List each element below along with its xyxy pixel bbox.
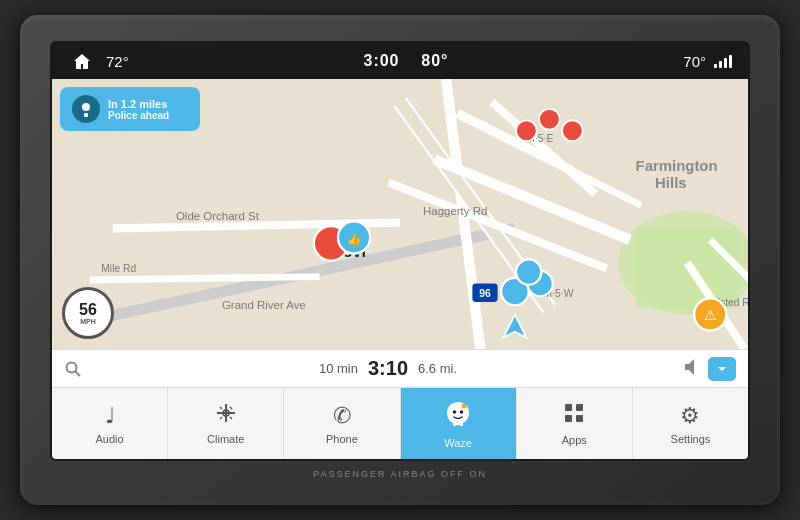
- climate-icon: [215, 402, 237, 429]
- nav-phone[interactable]: ✆ Phone: [284, 388, 400, 459]
- svg-line-50: [220, 417, 222, 419]
- outside-temp: 72°: [106, 53, 129, 70]
- speed-value: 56: [79, 302, 97, 318]
- svg-text:Haggerty Rd: Haggerty Rd: [423, 205, 487, 217]
- duration: 10 min: [319, 361, 358, 376]
- nav-settings[interactable]: ⚙ Settings: [633, 388, 748, 459]
- alert-text: In 1.2 miles Police ahead: [108, 98, 169, 121]
- svg-point-37: [516, 120, 537, 141]
- svg-line-49: [230, 417, 232, 419]
- svg-point-54: [462, 403, 467, 408]
- phone-label: Phone: [326, 433, 358, 445]
- svg-rect-57: [565, 415, 572, 422]
- svg-rect-42: [84, 113, 88, 117]
- expand-button[interactable]: [708, 357, 736, 381]
- info-controls: [682, 357, 736, 381]
- device-frame: 72° 3:00 80° 70°: [20, 15, 780, 505]
- svg-text:⚠: ⚠: [704, 308, 717, 323]
- status-left: 72°: [68, 47, 129, 75]
- status-right: 70°: [683, 53, 732, 70]
- alert-distance: In 1.2 miles: [108, 98, 169, 110]
- screen: 72° 3:00 80° 70°: [50, 41, 750, 461]
- svg-text:96: 96: [479, 288, 491, 299]
- audio-label: Audio: [96, 433, 124, 445]
- svg-point-53: [460, 410, 464, 414]
- svg-point-41: [82, 103, 90, 111]
- nav-climate[interactable]: Climate: [168, 388, 284, 459]
- eta: 3:10: [368, 357, 408, 380]
- svg-text:Hills: Hills: [655, 174, 687, 191]
- apps-icon: [563, 402, 585, 430]
- svg-text:👍: 👍: [347, 232, 362, 246]
- home-button[interactable]: [68, 47, 96, 75]
- svg-point-31: [516, 259, 541, 284]
- nav-bar: ♩ Audio Climate: [52, 387, 748, 459]
- phone-icon: ✆: [333, 403, 351, 429]
- svg-line-51: [230, 407, 232, 409]
- settings-label: Settings: [671, 433, 711, 445]
- airbag-label: PASSENGER AIRBAG OFF ON: [313, 469, 487, 479]
- distance: 6.6 mi.: [418, 361, 457, 376]
- svg-point-43: [67, 362, 77, 372]
- svg-point-36: [562, 120, 583, 141]
- svg-line-44: [76, 371, 81, 376]
- alert-icon: [72, 95, 100, 123]
- map-area[interactable]: Olde Orchard St Haggerty Rd Grand River …: [52, 79, 748, 349]
- nav-waze[interactable]: Waze: [401, 388, 517, 459]
- status-bar: 72° 3:00 80° 70°: [52, 43, 748, 79]
- speed-indicator: 56 MPH: [62, 287, 114, 339]
- svg-text:Grand River Ave: Grand River Ave: [222, 299, 306, 311]
- svg-point-52: [453, 410, 457, 414]
- climate-label: Climate: [207, 433, 244, 445]
- svg-text:Olde Orchard St: Olde Orchard St: [176, 210, 260, 222]
- svg-text:Farmington: Farmington: [636, 157, 718, 174]
- svg-rect-56: [576, 404, 583, 411]
- clock: 3:00: [363, 52, 399, 69]
- svg-point-35: [539, 109, 560, 130]
- waze-icon: [444, 399, 472, 433]
- route-info: 10 min 3:10 6.6 mi.: [94, 357, 682, 380]
- svg-line-9: [90, 277, 320, 280]
- cabin-temp: 80°: [421, 52, 448, 69]
- alert-message: Police ahead: [108, 110, 169, 121]
- signal-icon: [714, 54, 732, 68]
- speed-unit: MPH: [80, 318, 96, 325]
- right-temp: 70°: [683, 53, 706, 70]
- svg-text:Mile Rd: Mile Rd: [101, 263, 136, 274]
- alert-box: In 1.2 miles Police ahead: [60, 87, 200, 131]
- settings-icon: ⚙: [680, 403, 700, 429]
- apps-label: Apps: [562, 434, 587, 446]
- status-center: 3:00 80°: [363, 52, 448, 70]
- waze-label: Waze: [444, 437, 472, 449]
- volume-button[interactable]: [682, 358, 700, 380]
- svg-line-48: [220, 407, 222, 409]
- info-bar: 10 min 3:10 6.6 mi.: [52, 349, 748, 387]
- nav-audio[interactable]: ♩ Audio: [52, 388, 168, 459]
- svg-rect-58: [576, 415, 583, 422]
- search-button[interactable]: [64, 360, 82, 378]
- audio-icon: ♩: [105, 403, 115, 429]
- nav-apps[interactable]: Apps: [517, 388, 633, 459]
- svg-rect-55: [565, 404, 572, 411]
